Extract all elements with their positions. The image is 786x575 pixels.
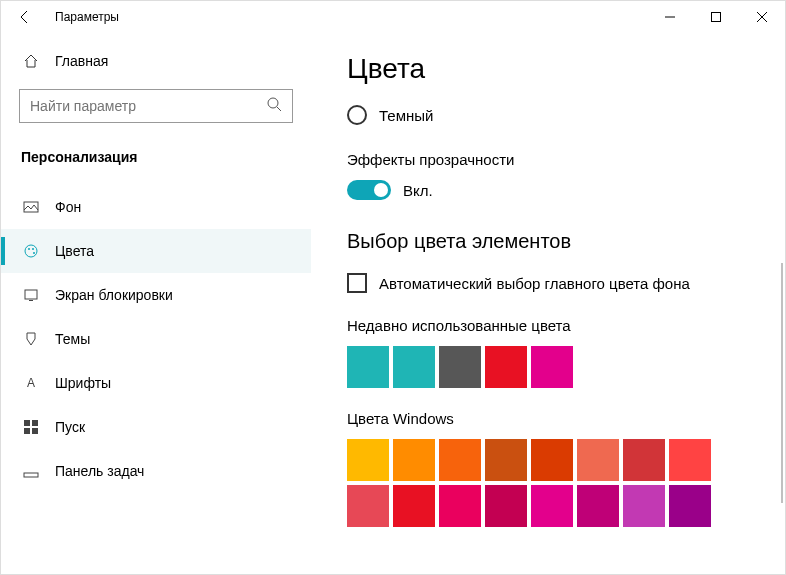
svg-rect-15 <box>24 428 30 434</box>
color-swatch[interactable] <box>623 485 665 527</box>
fonts-icon: A <box>21 376 41 390</box>
svg-line-5 <box>277 107 281 111</box>
auto-pick-checkbox-row[interactable]: Автоматический выбор главного цвета фона <box>347 273 749 293</box>
color-row <box>347 485 749 527</box>
sidebar: Главная Персонализация Фон Цвета Экран б… <box>1 33 311 574</box>
close-icon <box>757 12 767 22</box>
transparency-heading: Эффекты прозрачности <box>347 151 749 168</box>
svg-point-8 <box>28 248 30 250</box>
color-swatch[interactable] <box>347 346 389 388</box>
sidebar-item-label: Темы <box>55 331 90 347</box>
main-panel: Цвета Темный Эффекты прозрачности Вкл. В… <box>311 33 785 574</box>
accent-section-heading: Выбор цвета элементов <box>347 230 749 253</box>
palette-icon <box>21 243 41 259</box>
sidebar-item-colors[interactable]: Цвета <box>1 229 311 273</box>
auto-pick-label: Автоматический выбор главного цвета фона <box>379 275 690 292</box>
radio-icon <box>347 105 367 125</box>
svg-rect-16 <box>32 428 38 434</box>
color-swatch[interactable] <box>577 439 619 481</box>
sidebar-section-title: Персонализация <box>1 141 311 185</box>
close-button[interactable] <box>739 1 785 33</box>
minimize-button[interactable] <box>647 1 693 33</box>
windows-colors-grid <box>347 439 749 527</box>
color-swatch[interactable] <box>669 439 711 481</box>
arrow-left-icon <box>17 9 33 25</box>
maximize-button[interactable] <box>693 1 739 33</box>
recent-colors-row <box>347 346 749 388</box>
taskbar-icon <box>21 463 41 479</box>
sidebar-item-label: Панель задач <box>55 463 144 479</box>
radio-label: Темный <box>379 107 433 124</box>
home-nav[interactable]: Главная <box>1 43 311 79</box>
sidebar-item-label: Цвета <box>55 243 94 259</box>
transparency-state: Вкл. <box>403 182 433 199</box>
sidebar-item-fonts[interactable]: A Шрифты <box>1 361 311 405</box>
sidebar-item-lockscreen[interactable]: Экран блокировки <box>1 273 311 317</box>
color-swatch[interactable] <box>439 485 481 527</box>
color-swatch[interactable] <box>485 439 527 481</box>
svg-rect-13 <box>24 420 30 426</box>
search-input[interactable] <box>30 98 266 114</box>
home-icon <box>21 53 41 69</box>
search-box[interactable] <box>19 89 293 123</box>
svg-point-7 <box>25 245 37 257</box>
color-swatch[interactable] <box>347 485 389 527</box>
titlebar: Параметры <box>1 1 785 33</box>
picture-icon <box>21 199 41 215</box>
sidebar-item-label: Фон <box>55 199 81 215</box>
color-swatch[interactable] <box>393 485 435 527</box>
color-swatch[interactable] <box>531 485 573 527</box>
sidebar-item-label: Экран блокировки <box>55 287 173 303</box>
color-swatch[interactable] <box>577 485 619 527</box>
back-button[interactable] <box>1 1 49 33</box>
sidebar-item-label: Пуск <box>55 419 85 435</box>
transparency-toggle[interactable] <box>347 180 391 200</box>
svg-rect-17 <box>24 473 38 477</box>
color-swatch[interactable] <box>393 439 435 481</box>
content-area: Главная Персонализация Фон Цвета Экран б… <box>1 33 785 574</box>
svg-rect-14 <box>32 420 38 426</box>
svg-point-4 <box>268 98 278 108</box>
color-swatch[interactable] <box>439 439 481 481</box>
svg-rect-11 <box>25 290 37 299</box>
color-swatch[interactable] <box>485 346 527 388</box>
color-swatch[interactable] <box>347 439 389 481</box>
color-swatch[interactable] <box>393 346 435 388</box>
sidebar-item-themes[interactable]: Темы <box>1 317 311 361</box>
scrollbar[interactable] <box>781 263 783 503</box>
svg-point-9 <box>32 248 34 250</box>
recent-colors-heading: Недавно использованные цвета <box>347 317 749 334</box>
radio-dark-mode[interactable]: Темный <box>347 105 749 125</box>
home-label: Главная <box>55 53 108 69</box>
start-icon <box>21 420 41 434</box>
svg-rect-12 <box>29 300 33 301</box>
color-swatch[interactable] <box>439 346 481 388</box>
checkbox-icon <box>347 273 367 293</box>
page-title: Цвета <box>347 53 749 85</box>
lockscreen-icon <box>21 287 41 303</box>
color-swatch[interactable] <box>485 485 527 527</box>
sidebar-item-background[interactable]: Фон <box>1 185 311 229</box>
color-swatch[interactable] <box>669 485 711 527</box>
sidebar-item-start[interactable]: Пуск <box>1 405 311 449</box>
sidebar-item-taskbar[interactable]: Панель задач <box>1 449 311 493</box>
search-icon <box>266 96 282 116</box>
color-swatch[interactable] <box>623 439 665 481</box>
window-controls <box>647 1 785 33</box>
svg-rect-1 <box>712 13 721 22</box>
svg-point-10 <box>33 252 35 254</box>
maximize-icon <box>711 12 721 22</box>
themes-icon <box>21 331 41 347</box>
sidebar-item-label: Шрифты <box>55 375 111 391</box>
color-swatch[interactable] <box>531 439 573 481</box>
transparency-toggle-row: Вкл. <box>347 180 749 200</box>
color-row <box>347 439 749 481</box>
windows-colors-heading: Цвета Windows <box>347 410 749 427</box>
minimize-icon <box>665 12 675 22</box>
window-title: Параметры <box>55 10 119 24</box>
color-swatch[interactable] <box>531 346 573 388</box>
